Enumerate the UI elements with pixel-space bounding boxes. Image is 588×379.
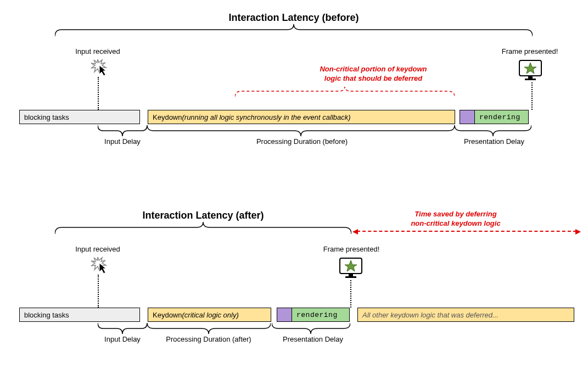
track-before: blocking tasks Keydown (running all logi… — [19, 110, 529, 124]
callout-after-line1: Time saved by deferring — [384, 210, 527, 219]
frame-dotted-line-after — [350, 280, 351, 308]
callout-before-line1: Non-critical portion of keydown — [296, 65, 450, 74]
input-dotted-line-after — [98, 275, 99, 308]
block-deferred-after: All other keydown logic that was deferre… — [357, 308, 574, 322]
block-blocking-before: blocking tasks — [19, 110, 140, 124]
keydown-text-before: Keydown — [153, 113, 182, 121]
track-after: blocking tasks Keydown (critical logic o… — [19, 308, 574, 322]
svg-rect-5 — [345, 276, 356, 278]
svg-rect-1 — [528, 76, 533, 79]
block-purple-before — [460, 110, 475, 124]
block-keydown-before: Keydown (running all logic synchronously… — [148, 110, 455, 124]
keydown-suffix-after: (critical logic only) — [182, 311, 238, 319]
brace-input-delay-after — [98, 323, 147, 335]
callout-before: Non-critical portion of keydown logic th… — [296, 65, 450, 83]
brace-processing-after — [147, 323, 271, 335]
title-before: Interaction Latency (before) — [55, 12, 533, 24]
svg-rect-2 — [525, 79, 536, 80]
frame-dotted-line-before — [531, 82, 533, 110]
input-burst-before — [90, 57, 110, 77]
frame-presented-label-before: Frame presented! — [494, 47, 565, 55]
input-delay-label-before: Input Delay — [89, 137, 155, 146]
frame-presented-label-after: Frame presented! — [313, 245, 390, 253]
monitor-icon-before — [517, 58, 544, 82]
callout-after: Time saved by deferring non-critical key… — [384, 210, 527, 228]
time-saved-arrow — [357, 231, 576, 232]
block-rendering-after: rendering — [292, 308, 350, 322]
brace-top-after — [55, 222, 351, 235]
processing-label-before: Processing Duration (before) — [220, 137, 384, 146]
brace-processing-before — [147, 125, 455, 137]
input-burst-after — [90, 255, 110, 275]
presentation-label-before: Presentation Delay — [450, 137, 538, 146]
processing-label-after: Processing Duration (after) — [151, 335, 266, 343]
brace-presentation-before — [455, 125, 531, 137]
callout-after-line2: non-critical keydown logic — [384, 219, 527, 228]
input-dotted-line-before — [98, 77, 99, 110]
block-keydown-after: Keydown (critical logic only) — [148, 308, 271, 322]
presentation-label-after: Presentation Delay — [275, 335, 351, 343]
keydown-text-after: Keydown — [153, 311, 182, 319]
input-received-label-after: Input received — [65, 245, 131, 253]
block-purple-after — [277, 308, 292, 322]
title-after: Interaction Latency (after) — [55, 210, 351, 221]
block-blocking-after: blocking tasks — [19, 308, 140, 322]
input-received-label-before: Input received — [65, 47, 131, 55]
brace-presentation-after — [272, 323, 350, 335]
red-brace-before — [235, 87, 455, 98]
svg-rect-4 — [349, 274, 353, 276]
brace-top-before — [55, 24, 533, 37]
block-rendering-before: rendering — [475, 110, 529, 124]
monitor-icon-after — [338, 256, 364, 280]
input-delay-label-after: Input Delay — [89, 335, 155, 343]
brace-input-delay-before — [98, 125, 147, 137]
callout-before-line2: logic that should be deferred — [296, 74, 450, 83]
keydown-suffix-before: (running all logic synchronously in the … — [182, 113, 350, 121]
